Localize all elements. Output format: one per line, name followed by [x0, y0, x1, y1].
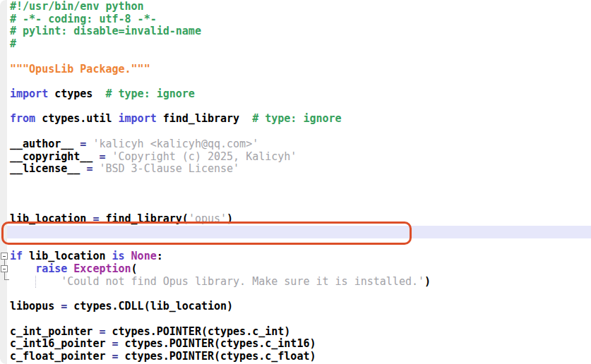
- code-token-operator: =: [112, 337, 119, 350]
- fold-guide-line: [4, 260, 5, 265]
- code-token-normal: libopus: [10, 300, 61, 313]
- code-line[interactable]: c_float_pointer = ctypes.POINTER(ctypes.…: [0, 351, 591, 363]
- code-token-normal: find_library(: [99, 212, 188, 225]
- code-line[interactable]: libopus = ctypes.CDLL(lib_location): [0, 301, 591, 313]
- code-area[interactable]: #!/usr/bin/env python# -*- coding: utf-8…: [0, 0, 591, 364]
- code-line[interactable]: #!/usr/bin/env python: [0, 1, 591, 13]
- code-token-comment: # pylint: disable=invalid-name: [10, 25, 201, 37]
- code-line[interactable]: # -*- coding: utf-8 -*-: [0, 13, 591, 26]
- code-token-normal: lib_location: [10, 212, 92, 225]
- code-line[interactable]: import ctypes # type: ignore: [0, 88, 591, 101]
- code-line[interactable]: [0, 201, 591, 214]
- code-line[interactable]: __license__ = 'BSD 3-Clause License': [0, 163, 591, 176]
- code-token-normal: ctypes.POINTER(ctypes.c_float): [119, 350, 316, 363]
- code-token-normal: ctypes.util: [35, 112, 118, 125]
- code-token-keyword: from: [10, 112, 35, 125]
- fold-collapse-icon-if-block[interactable]: [1, 253, 8, 260]
- code-token-comment: # -*- coding: utf-8 -*-: [10, 13, 157, 25]
- code-token-normal: ): [424, 275, 431, 288]
- code-line[interactable]: [0, 176, 591, 188]
- fold-end-corner-icon: [4, 272, 9, 280]
- code-line[interactable]: [0, 238, 591, 251]
- code-token-normal: __author__: [10, 138, 80, 150]
- code-line[interactable]: __author__ = 'kalicyh <kalicyh@qq.com>': [0, 138, 591, 151]
- code-line[interactable]: #: [0, 38, 591, 51]
- code-line[interactable]: [0, 313, 591, 326]
- code-token-normal: c_int_pointer: [10, 325, 99, 338]
- code-token-string: 'Copyright (c) 2025, Kalicyh': [105, 150, 297, 163]
- code-token-keyword: if: [10, 250, 23, 262]
- code-token-normal: :: [157, 250, 163, 262]
- code-line-current[interactable]: [0, 226, 591, 238]
- fold-collapse-icon-raise-call[interactable]: [1, 265, 8, 272]
- code-line[interactable]: """OpusLib Package.""": [0, 63, 591, 76]
- code-token-string: 'Could not find Opus library. Make sure …: [61, 275, 424, 288]
- code-token-normal: ctypes.POINTER(ctypes.c_int): [105, 325, 290, 338]
- code-line[interactable]: [0, 126, 591, 138]
- code-line[interactable]: c_int_pointer = ctypes.POINTER(ctypes.c_…: [0, 326, 591, 339]
- code-line[interactable]: 'Could not find Opus library. Make sure …: [0, 276, 591, 289]
- code-line[interactable]: __copyright__ = 'Copyright (c) 2025, Kal…: [0, 151, 591, 164]
- code-token-normal: __copyright__: [10, 150, 99, 163]
- code-line[interactable]: # pylint: disable=invalid-name: [0, 25, 591, 38]
- code-token-operator: =: [112, 350, 119, 363]
- code-line[interactable]: c_int16_pointer = ctypes.POINTER(ctypes.…: [0, 338, 591, 351]
- code-token-comment: # type: ignore: [239, 112, 342, 125]
- code-token-normal: ctypes.CDLL(lib_location): [67, 300, 233, 313]
- code-token-normal: [67, 262, 73, 275]
- code-token-keyword: raise: [35, 262, 67, 275]
- code-line[interactable]: lib_location = find_library('opus'): [0, 213, 591, 226]
- code-token-operator: =: [61, 300, 67, 313]
- code-line[interactable]: raise Exception(: [0, 263, 591, 276]
- code-token-docstring: """OpusLib Package.""": [10, 63, 150, 75]
- code-line[interactable]: from ctypes.util import find_library # t…: [0, 113, 591, 126]
- code-token-string: 'BSD 3-Clause License': [92, 162, 239, 175]
- code-line[interactable]: [0, 101, 591, 114]
- code-token-normal: [125, 250, 131, 262]
- code-token-string: 'kalicyh <kalicyh@qq.com>': [86, 138, 258, 150]
- code-token-normal: ctypes: [48, 87, 92, 100]
- code-token-keyword: is: [112, 250, 125, 262]
- code-token-builtin: None: [131, 250, 157, 262]
- code-token-keyword: import: [119, 112, 157, 125]
- code-line[interactable]: [0, 51, 591, 63]
- code-line[interactable]: [0, 289, 591, 301]
- code-token-normal: ctypes.POINTER(ctypes.c_int16): [119, 337, 316, 350]
- minus-icon: [3, 256, 6, 257]
- code-token-string: 'opus': [189, 212, 227, 225]
- code-line[interactable]: if lib_location is None:: [0, 250, 591, 263]
- code-token-normal: lib_location: [23, 250, 112, 262]
- minus-icon: [3, 269, 6, 269]
- code-line[interactable]: [0, 188, 591, 201]
- code-editor: #!/usr/bin/env python# -*- coding: utf-8…: [0, 0, 591, 364]
- indent-guide: [35, 276, 36, 288]
- code-token-comment: #: [10, 37, 16, 50]
- fold-margin[interactable]: [0, 0, 7, 364]
- code-token-keyword: import: [10, 87, 48, 100]
- code-token-normal: ): [227, 212, 233, 225]
- code-token-normal: [10, 262, 35, 275]
- code-token-builtin: Exception: [73, 262, 131, 275]
- code-token-normal: (: [131, 262, 138, 275]
- code-token-normal: c_float_pointer: [10, 350, 112, 363]
- code-token-normal: __license__: [10, 162, 86, 175]
- code-token-normal: c_int16_pointer: [10, 337, 112, 350]
- code-token-comment: # type: ignore: [92, 87, 195, 100]
- code-token-comment: #!/usr/bin/env python: [10, 0, 144, 13]
- code-line[interactable]: [0, 75, 591, 88]
- code-token-normal: find_library: [157, 112, 239, 125]
